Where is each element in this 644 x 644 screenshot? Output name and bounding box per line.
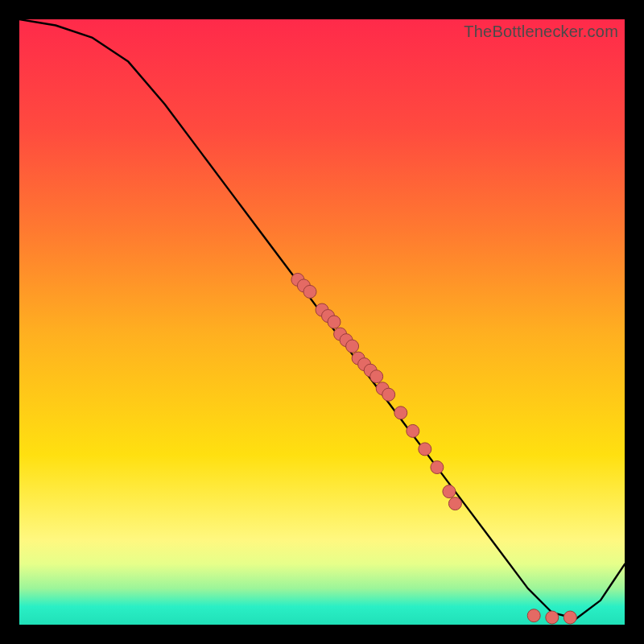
- data-markers-group: [291, 273, 576, 624]
- data-marker: [419, 443, 431, 456]
- data-marker: [346, 340, 359, 353]
- data-marker: [546, 611, 559, 624]
- data-marker: [407, 424, 419, 437]
- data-marker: [382, 388, 395, 401]
- chart-overlay: [19, 19, 625, 625]
- data-marker: [448, 497, 461, 510]
- data-marker: [328, 316, 341, 328]
- data-marker: [527, 609, 540, 622]
- chart-plot-area: TheBottlenecker.com: [19, 19, 625, 625]
- chart-stage: TheBottlenecker.com: [0, 0, 644, 644]
- data-marker: [443, 485, 456, 498]
- data-marker: [431, 461, 444, 474]
- data-marker: [303, 285, 316, 298]
- data-marker: [370, 370, 383, 383]
- data-marker: [394, 407, 407, 419]
- data-marker: [564, 611, 576, 624]
